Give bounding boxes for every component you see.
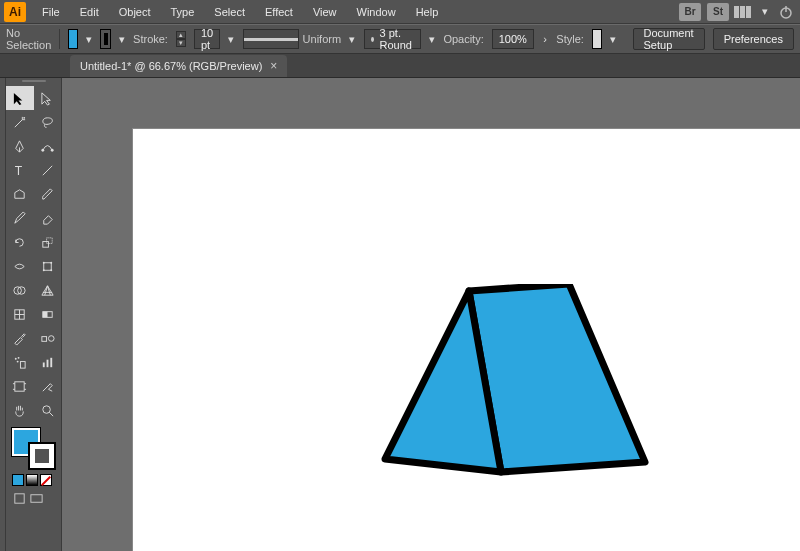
- tool-lasso[interactable]: [34, 110, 62, 134]
- fill-swatch[interactable]: [68, 29, 78, 49]
- svg-rect-29: [15, 381, 24, 390]
- opacity-more[interactable]: ›: [542, 30, 548, 48]
- tool-free-transform[interactable]: [34, 254, 62, 278]
- prism-shape[interactable]: [373, 284, 663, 484]
- tool-hand[interactable]: [6, 398, 34, 422]
- svg-point-25: [17, 360, 19, 362]
- menu-help[interactable]: Help: [408, 2, 447, 22]
- variable-width-profile[interactable]: [243, 29, 299, 49]
- brush-dropdown[interactable]: ▾: [429, 30, 435, 48]
- workspace-switcher-icon[interactable]: [734, 5, 754, 19]
- tool-pencil[interactable]: [6, 206, 34, 230]
- preferences-button[interactable]: Preferences: [713, 28, 794, 50]
- color-well[interactable]: [6, 426, 61, 472]
- menu-effect[interactable]: Effect: [257, 2, 301, 22]
- menu-window[interactable]: Window: [349, 2, 404, 22]
- svg-rect-19: [43, 311, 48, 317]
- svg-point-14: [50, 269, 52, 271]
- brush-definition[interactable]: 3 pt. Round: [364, 29, 421, 49]
- stroke-weight-dropdown[interactable]: ▾: [228, 30, 234, 48]
- tool-line[interactable]: [34, 158, 62, 182]
- tool-rotate[interactable]: [6, 230, 34, 254]
- canvas[interactable]: [62, 78, 800, 551]
- color-mode-solid[interactable]: [12, 474, 24, 486]
- app-icon: Ai: [4, 2, 26, 22]
- tool-selection[interactable]: [6, 86, 34, 110]
- svg-text:T: T: [15, 164, 23, 178]
- tool-artboard[interactable]: [6, 374, 34, 398]
- profile-dropdown[interactable]: ▾: [349, 30, 355, 48]
- svg-rect-28: [50, 357, 52, 366]
- document-setup-button[interactable]: Document Setup: [633, 28, 705, 50]
- svg-point-3: [41, 148, 44, 151]
- tool-perspective[interactable]: [34, 278, 62, 302]
- tool-shape-builder[interactable]: [6, 278, 34, 302]
- workspace-dropdown[interactable]: ▾: [758, 3, 772, 21]
- tool-zoom[interactable]: [34, 398, 62, 422]
- tool-eyedropper[interactable]: [6, 326, 34, 350]
- tool-slice[interactable]: [34, 374, 62, 398]
- sync-icon[interactable]: [776, 3, 796, 21]
- stroke-color-swatch[interactable]: [28, 442, 56, 470]
- svg-line-31: [49, 412, 53, 416]
- document-tab[interactable]: Untitled-1* @ 66.67% (RGB/Preview) ×: [70, 55, 287, 77]
- artboard[interactable]: [132, 128, 800, 551]
- fill-dropdown[interactable]: ▾: [86, 30, 92, 48]
- tool-scale[interactable]: [34, 230, 62, 254]
- tool-rectangle[interactable]: [6, 182, 34, 206]
- stroke-dropdown[interactable]: ▾: [119, 30, 125, 48]
- tool-blend[interactable]: [34, 326, 62, 350]
- menu-select[interactable]: Select: [206, 2, 253, 22]
- stroke-weight-stepper[interactable]: ▴▾: [176, 31, 186, 47]
- style-label: Style:: [556, 33, 584, 45]
- svg-line-6: [43, 165, 52, 174]
- tool-graph[interactable]: [34, 350, 62, 374]
- tool-direct-selection[interactable]: [34, 86, 62, 110]
- tool-pen[interactable]: [6, 134, 34, 158]
- tool-symbol-sprayer[interactable]: [6, 350, 34, 374]
- menu-file[interactable]: File: [34, 2, 68, 22]
- stock-icon[interactable]: St: [707, 3, 729, 21]
- screen-mode-row: [6, 488, 61, 508]
- tool-gradient[interactable]: [34, 302, 62, 326]
- svg-point-30: [43, 405, 51, 413]
- svg-rect-27: [46, 359, 48, 367]
- menu-edit[interactable]: Edit: [72, 2, 107, 22]
- svg-point-21: [48, 335, 54, 341]
- selection-status: No Selection: [6, 27, 51, 51]
- opacity-label: Opacity:: [443, 33, 483, 45]
- svg-marker-7: [15, 189, 24, 197]
- draw-mode-icon[interactable]: [12, 490, 27, 506]
- svg-point-4: [51, 148, 54, 151]
- close-tab-icon[interactable]: ×: [270, 59, 277, 73]
- brush-label: 3 pt. Round: [380, 27, 414, 51]
- options-bar: No Selection ▾ ▾ Stroke: ▴▾ 10 pt ▾ Unif…: [0, 24, 800, 54]
- color-mode-gradient[interactable]: [26, 474, 38, 486]
- tool-type[interactable]: T: [6, 158, 34, 182]
- svg-rect-26: [43, 362, 45, 367]
- svg-rect-32: [15, 493, 24, 502]
- tool-magic-wand[interactable]: [6, 110, 34, 134]
- svg-point-12: [50, 261, 52, 263]
- menu-object[interactable]: Object: [111, 2, 159, 22]
- stroke-weight-field[interactable]: 10 pt: [194, 29, 220, 49]
- color-mode-none[interactable]: [40, 474, 52, 486]
- workspace: T: [0, 78, 800, 551]
- tool-mesh[interactable]: [6, 302, 34, 326]
- tool-eraser[interactable]: [34, 206, 62, 230]
- color-mode-row: [6, 472, 61, 488]
- menu-type[interactable]: Type: [163, 2, 203, 22]
- bridge-icon[interactable]: Br: [679, 3, 701, 21]
- style-dropdown[interactable]: ▾: [610, 30, 616, 48]
- tool-width[interactable]: [6, 254, 34, 278]
- tool-paintbrush[interactable]: [34, 182, 62, 206]
- svg-rect-22: [21, 361, 26, 368]
- screen-mode-icon[interactable]: [29, 490, 44, 506]
- stroke-swatch[interactable]: [100, 29, 110, 49]
- style-swatch[interactable]: [592, 29, 602, 49]
- menu-view[interactable]: View: [305, 2, 345, 22]
- opacity-field[interactable]: 100%: [492, 29, 534, 49]
- tool-curvature[interactable]: [34, 134, 62, 158]
- svg-rect-20: [42, 336, 47, 341]
- brush-dot-icon: [371, 37, 374, 42]
